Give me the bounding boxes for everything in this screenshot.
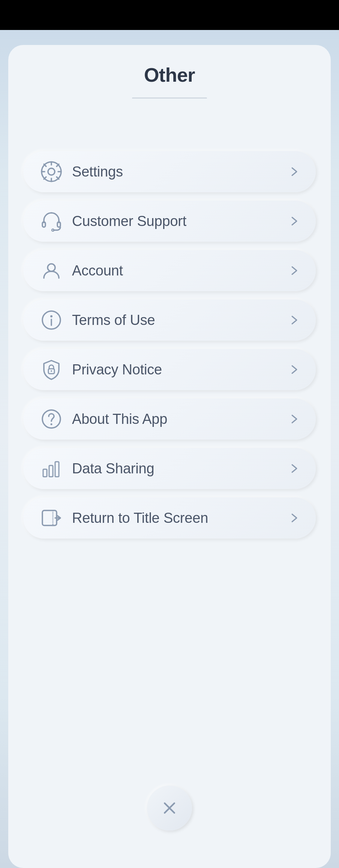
- about-this-app-chevron: [287, 412, 301, 426]
- terms-of-use-item[interactable]: Terms of Use: [23, 299, 316, 341]
- headset-icon: [38, 208, 64, 234]
- settings-item[interactable]: Settings: [23, 151, 316, 192]
- data-sharing-item[interactable]: Data Sharing: [23, 448, 316, 489]
- return-to-title-screen-chevron: [287, 511, 301, 525]
- privacy-notice-chevron: [287, 363, 301, 376]
- svg-point-15: [50, 315, 52, 317]
- svg-line-8: [57, 164, 59, 166]
- account-icon: [38, 257, 64, 284]
- data-sharing-label: Data Sharing: [64, 461, 287, 477]
- account-label: Account: [64, 263, 287, 279]
- info-icon: [38, 307, 64, 333]
- svg-point-20: [51, 424, 52, 425]
- page-title: Other: [144, 64, 195, 86]
- svg-line-9: [44, 177, 46, 179]
- data-sharing-chevron: [287, 462, 301, 475]
- chart-icon: [38, 455, 64, 482]
- svg-point-12: [52, 229, 54, 231]
- customer-support-chevron: [287, 214, 301, 228]
- question-icon: [38, 406, 64, 432]
- main-card: Other Settings: [8, 45, 331, 868]
- svg-point-18: [51, 370, 52, 372]
- return-to-title-screen-label: Return to Title Screen: [64, 510, 287, 526]
- svg-line-7: [57, 177, 59, 179]
- customer-support-item[interactable]: Customer Support: [23, 201, 316, 242]
- gear-icon: [38, 159, 64, 185]
- close-button[interactable]: [147, 786, 192, 831]
- about-this-app-label: About This App: [64, 411, 287, 427]
- settings-label: Settings: [64, 164, 287, 180]
- return-to-title-screen-item[interactable]: Return to Title Screen: [23, 497, 316, 539]
- customer-support-label: Customer Support: [64, 213, 287, 229]
- account-item[interactable]: Account: [23, 250, 316, 291]
- account-chevron: [287, 264, 301, 277]
- svg-rect-23: [55, 462, 59, 477]
- svg-rect-22: [49, 465, 53, 477]
- svg-line-6: [44, 164, 46, 166]
- menu-list: Settings Customer Support: [23, 151, 316, 539]
- about-this-app-item[interactable]: About This App: [23, 398, 316, 440]
- terms-of-use-chevron: [287, 313, 301, 327]
- divider: [132, 97, 207, 99]
- terms-of-use-label: Terms of Use: [64, 312, 287, 328]
- status-bar: [0, 0, 339, 30]
- svg-rect-21: [43, 469, 47, 477]
- svg-point-1: [48, 168, 55, 175]
- privacy-notice-label: Privacy Notice: [64, 362, 287, 378]
- shield-lock-icon: [38, 356, 64, 383]
- privacy-notice-item[interactable]: Privacy Notice: [23, 349, 316, 390]
- return-icon: [38, 505, 64, 531]
- svg-point-13: [48, 264, 55, 271]
- svg-point-19: [42, 410, 60, 428]
- settings-chevron: [287, 165, 301, 178]
